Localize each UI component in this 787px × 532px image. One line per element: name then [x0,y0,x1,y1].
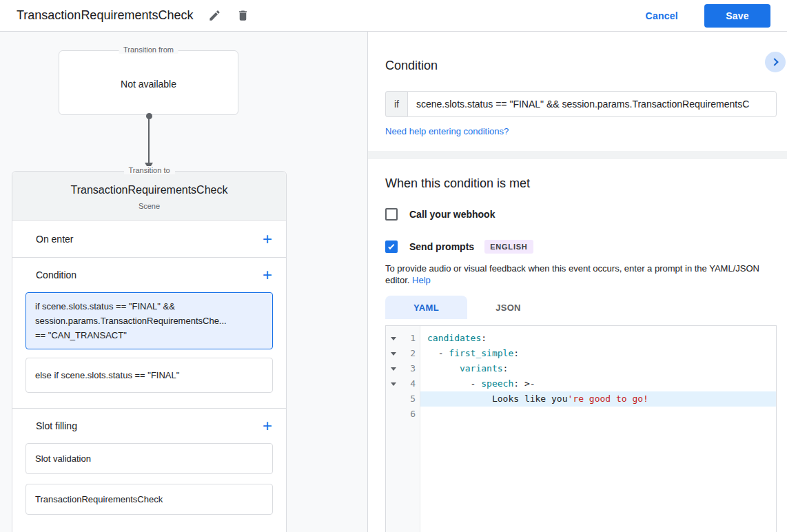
fold-spacer [386,407,401,422]
transition-to-label: Transition to [123,166,174,174]
scene-card-subtitle: Scene [19,202,279,210]
edit-scene-button[interactable] [208,9,221,22]
code-text: candidates: [420,331,776,346]
add-slot-button[interactable]: + [263,419,272,433]
help-link[interactable]: Help [412,275,431,285]
fold-arrow-icon[interactable] [386,376,401,391]
code-line[interactable]: 4 - speech: >- [386,376,776,391]
code-line[interactable]: 5 Looks like you're good to go! [386,391,776,407]
line-number: 4 [401,376,420,391]
line-number: 3 [401,361,420,376]
add-condition-button[interactable]: + [263,268,272,282]
chevron-right-icon [770,58,778,65]
condition-section-label: Condition [36,269,76,280]
yaml-editor-lines: 1candidates:2 - first_simple:3 variants:… [386,326,776,422]
condition-editor-panel: Condition if Need help entering conditio… [368,32,787,532]
code-text: Looks like you're good to go! [420,391,776,407]
transition-from-label: Transition from [119,45,178,54]
slot-filling-label: Slot filling [36,420,77,431]
scene-graph-panel: Transition from Not available Transition… [0,32,368,532]
fold-arrow-icon[interactable] [386,331,401,346]
save-button[interactable]: Save [704,4,770,28]
add-on-enter-button[interactable]: + [263,232,272,246]
collapse-panel-button[interactable] [765,52,786,72]
conditions-help-link[interactable]: Need help entering conditions? [385,126,509,136]
slot-item-transaction-check[interactable]: TransactionRequirementsCheck [25,484,273,515]
prompt-description: To provide audio or visual feedback when… [385,263,781,286]
code-line[interactable]: 1candidates: [386,331,776,346]
send-prompts-row: Send prompts ENGLISH [385,240,787,254]
transition-from-value: Not available [59,79,238,90]
line-number: 2 [401,346,420,361]
send-prompts-label: Send prompts [409,241,474,252]
cancel-button[interactable]: Cancel [646,10,678,21]
slot-filling-section-header: Slot filling + [12,409,286,443]
yaml-editor[interactable]: 1candidates:2 - first_simple:3 variants:… [385,325,777,532]
tab-json[interactable]: JSON [467,296,549,319]
webhook-label: Call your webhook [409,209,495,220]
condition-expression-input[interactable] [407,91,777,117]
trash-icon [236,9,249,22]
slot-item-validation[interactable]: Slot validation [25,443,273,474]
scene-card-header: TransactionRequirementsCheck Scene [12,172,286,221]
pencil-icon [208,9,221,22]
language-badge: ENGLISH [484,240,533,254]
line-number: 5 [401,391,420,407]
editor-tabs: YAML JSON [385,296,787,319]
fold-spacer [386,391,401,407]
check-icon [388,243,394,249]
send-prompts-checkbox[interactable] [385,241,398,253]
fold-arrow-icon[interactable] [386,346,401,361]
if-prefix-label: if [385,91,407,117]
on-enter-label: On enter [36,234,73,245]
handlers-title: When this condition is met [385,176,787,191]
app-header: TransactionRequirementsCheck Cancel Save [0,0,787,32]
code-line[interactable]: 2 - first_simple: [386,346,776,361]
connector-line [148,118,150,163]
condition-item-else[interactable]: else if scene.slots.status == "FINAL" [25,358,273,393]
condition-panel-title: Condition [385,32,787,73]
condition-section-header: Condition + [12,258,286,292]
code-text: variants: [420,361,776,376]
code-text: - first_simple: [420,346,776,361]
fold-arrow-icon[interactable] [386,361,401,376]
code-line[interactable]: 3 variants: [386,361,776,376]
section-separator [368,151,787,159]
tab-yaml[interactable]: YAML [385,296,467,319]
code-text [420,407,776,422]
scene-card-title: TransactionRequirementsCheck [19,184,279,196]
transition-to-card: Transition to TransactionRequirementsChe… [12,171,287,532]
webhook-checkbox[interactable] [385,208,398,221]
main-content: Transition from Not available Transition… [0,32,787,532]
page-title: TransactionRequirementsCheck [17,8,193,23]
code-line[interactable]: 6 [386,407,776,422]
webhook-row: Call your webhook [385,208,787,221]
condition-expression-group: if [385,91,777,117]
on-enter-row[interactable]: On enter + [12,221,286,257]
condition-item-selected[interactable]: if scene.slots.status == "FINAL" && sess… [25,292,273,349]
delete-scene-button[interactable] [236,9,249,22]
line-number: 6 [401,407,420,422]
code-text: - speech: >- [420,376,776,391]
prompt-description-text: To provide audio or visual feedback when… [385,263,759,285]
line-number: 1 [401,331,420,346]
transition-from-box: Transition from Not available [59,50,238,115]
